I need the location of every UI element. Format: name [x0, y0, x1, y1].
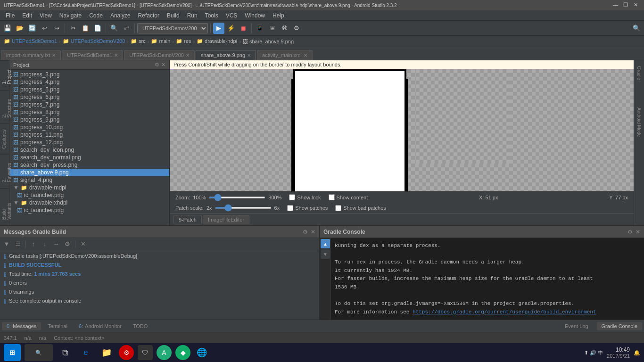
- tree-item-progress12[interactable]: 🖼progress_12.png: [9, 139, 169, 146]
- toolbar-find[interactable]: 🔍: [108, 23, 120, 34]
- tree-item-progress5[interactable]: 🖼progress_5.png: [9, 86, 169, 93]
- debug-button[interactable]: ⚡: [225, 23, 237, 34]
- msg-btn-expand[interactable]: ↔: [51, 239, 61, 249]
- menu-window[interactable]: Window: [241, 11, 269, 20]
- tab-import-summary[interactable]: import-summary.txt ✕: [1, 50, 61, 60]
- menu-help[interactable]: Help: [269, 11, 288, 20]
- menu-edit[interactable]: Edit: [18, 11, 36, 20]
- tab-demov200[interactable]: UTEPedSdkDemoV200 ✕: [124, 50, 195, 60]
- toolbar-copy[interactable]: 📋: [80, 23, 91, 34]
- toolbar-settings[interactable]: ⚙: [291, 23, 302, 34]
- left-tab-captures[interactable]: Captures: [0, 123, 9, 155]
- tree-item-share-above[interactable]: 🖼share_above.9.png: [9, 169, 169, 176]
- start-button[interactable]: ⊞: [4, 344, 21, 361]
- tab-import-summary-close[interactable]: ✕: [52, 53, 56, 58]
- gradle-close-icon[interactable]: ✕: [636, 229, 640, 235]
- taskbar-app3[interactable]: A: [157, 345, 172, 360]
- tree-item-search-press[interactable]: 🖼search_dev_press.png: [9, 161, 169, 169]
- show-patches-label[interactable]: Show patches: [287, 205, 328, 211]
- taskbar-task-view[interactable]: ⧉: [57, 344, 74, 361]
- bc-drawable[interactable]: 📁 drawable-hdpi: [197, 38, 237, 44]
- taskbar-search[interactable]: 🔍: [25, 344, 53, 361]
- tree-item-progress3[interactable]: 🖼progress_3.png: [9, 71, 169, 78]
- tab-demov200-close[interactable]: ✕: [186, 53, 190, 58]
- bottom-tab-event-log[interactable]: Event Log: [560, 322, 593, 330]
- minimize-btn[interactable]: —: [613, 2, 619, 8]
- taskbar-app1[interactable]: ⚙: [119, 345, 134, 360]
- bc-file[interactable]: 🖼 share_above.9.png: [243, 39, 294, 44]
- tree-item-progress7[interactable]: 🖼progress_7.png: [9, 101, 169, 108]
- taskbar-chrome[interactable]: 🌐: [194, 345, 209, 360]
- toolbar-avd[interactable]: 🖥: [266, 23, 278, 34]
- left-tab-structure[interactable]: 2: Structure: [0, 90, 9, 123]
- bottom-tab-messages[interactable]: 0: Messages: [2, 322, 41, 330]
- msg-btn-close2[interactable]: ✕: [78, 239, 88, 249]
- messages-close-icon[interactable]: ✕: [311, 229, 315, 235]
- tab-share-above[interactable]: share_above.9.png ✕: [196, 50, 256, 60]
- tree-item-progress11[interactable]: 🖼progress_11.png: [9, 131, 169, 139]
- taskbar-app4[interactable]: ◆: [175, 345, 190, 360]
- editor-tab-9patch[interactable]: 9-Patch: [173, 215, 202, 224]
- toolbar-sdk[interactable]: 🛠: [279, 23, 290, 34]
- gradle-tab[interactable]: Gradle: [636, 62, 642, 84]
- show-content-checkbox[interactable]: [329, 194, 335, 200]
- messages-settings-icon[interactable]: ⚙: [303, 229, 308, 235]
- bottom-tab-todo[interactable]: TODO: [128, 322, 153, 330]
- taskbar-edge[interactable]: e: [77, 344, 94, 361]
- stop-button[interactable]: ◼: [238, 23, 249, 34]
- tree-item-progress10[interactable]: 🖼progress_10.png: [9, 123, 169, 131]
- maximize-btn[interactable]: ❐: [623, 2, 630, 8]
- toolbar-undo[interactable]: ↩: [39, 23, 50, 34]
- taskbar-app2[interactable]: 🛡: [138, 345, 153, 360]
- patch-scale-slider[interactable]: [215, 207, 272, 209]
- menu-vcs[interactable]: VCS: [222, 11, 241, 20]
- tab-activity-close[interactable]: ✕: [304, 53, 307, 58]
- tree-item-signal4[interactable]: 🖼signal_4.png: [9, 176, 169, 184]
- gradle-settings-icon[interactable]: ⚙: [627, 229, 633, 235]
- menu-file[interactable]: File: [2, 11, 18, 20]
- msg-btn-up[interactable]: ↑: [29, 239, 38, 249]
- msg-btn-filter[interactable]: ▼: [2, 239, 11, 249]
- toolbar-open[interactable]: 📂: [14, 23, 25, 34]
- tree-item-search-normal[interactable]: 🖼search_dev_normal.png: [9, 154, 169, 161]
- tree-item-progress6[interactable]: 🖼progress_6.png: [9, 93, 169, 101]
- tree-item-search-icon[interactable]: 🖼search_dev_icon.png: [9, 146, 169, 154]
- show-lock-label[interactable]: Show lock: [289, 194, 321, 200]
- show-content-label[interactable]: Show content: [329, 194, 368, 200]
- show-bad-patches-checkbox[interactable]: [335, 205, 341, 211]
- menu-view[interactable]: View: [36, 11, 56, 20]
- toolbar-search[interactable]: 🔍: [631, 23, 642, 34]
- menu-analyze[interactable]: Analyze: [107, 11, 134, 20]
- toolbar-cut[interactable]: ✂: [67, 23, 79, 34]
- bc-project[interactable]: 📁 UTEPedSdkDemo1: [4, 38, 57, 44]
- bottom-tab-gradle-console[interactable]: Gradle Console: [597, 322, 642, 330]
- gradle-link[interactable]: https://docs.gradle.org/current/userguid…: [413, 309, 596, 315]
- menu-navigate[interactable]: Navigate: [56, 11, 85, 20]
- toolbar-device[interactable]: 📱: [254, 23, 265, 34]
- bc-module[interactable]: 📁 UTEPedSdkDemoV200: [63, 38, 125, 44]
- tree-item-progress8[interactable]: 🖼progress_8.png: [9, 108, 169, 116]
- bottom-tab-terminal[interactable]: Terminal: [43, 322, 72, 330]
- panel-settings-icon[interactable]: ⚙: [155, 62, 159, 68]
- run-config-dropdown[interactable]: UTEPedSdkDemoV200: [137, 23, 208, 33]
- toolbar-sync[interactable]: 🔄: [26, 23, 38, 34]
- menu-tools[interactable]: Tools: [201, 11, 222, 20]
- bc-res[interactable]: 📁 res: [176, 38, 191, 44]
- gradle-scroll-top[interactable]: ▲: [321, 239, 330, 248]
- show-lock-checkbox[interactable]: [289, 194, 295, 200]
- menu-run[interactable]: Run: [183, 11, 201, 20]
- tab-demo1[interactable]: UTEPedSdkDemo1 ✕: [62, 50, 123, 60]
- msg-btn-collapse[interactable]: ☰: [13, 239, 23, 249]
- menu-build[interactable]: Build: [163, 11, 183, 20]
- taskbar-explorer[interactable]: 📁: [98, 344, 115, 361]
- panel-close-icon[interactable]: ✕: [161, 62, 165, 68]
- tab-demo1-close[interactable]: ✕: [114, 53, 118, 58]
- show-bad-patches-label[interactable]: Show bad patches: [335, 205, 386, 211]
- menu-refactor[interactable]: Refactor: [134, 11, 163, 20]
- menu-code[interactable]: Code: [85, 11, 107, 20]
- toolbar-redo[interactable]: ↪: [51, 23, 62, 34]
- tree-item-drawable-xhdpi[interactable]: ▼ 📁 drawable-xhdpi: [9, 199, 169, 206]
- show-patches-checkbox[interactable]: [287, 205, 293, 211]
- tree-item-progress9[interactable]: 🖼progress_9.png: [9, 116, 169, 123]
- left-tab-favorites[interactable]: 2: Favorites: [0, 154, 9, 188]
